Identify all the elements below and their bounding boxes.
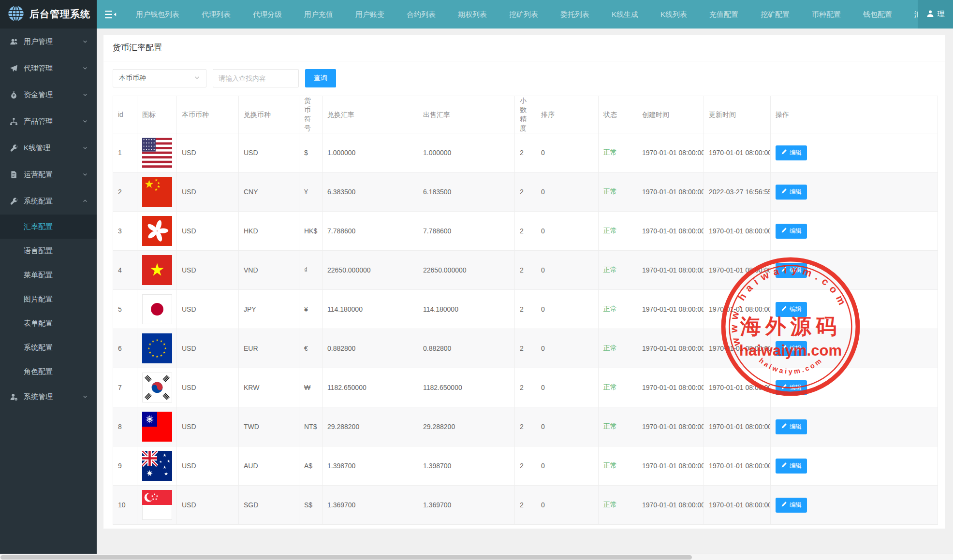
decimal-precision-cell: 2 <box>515 486 536 525</box>
sidebar-item-3[interactable]: 资金管理 <box>0 82 97 108</box>
horizontal-scrollbar[interactable] <box>0 554 953 560</box>
buy-rate-cell: 0.882800 <box>323 329 418 368</box>
nav-tab-3[interactable]: 代理分级 <box>242 0 293 29</box>
sort-order-cell: 0 <box>536 446 599 486</box>
sidebar-item-4[interactable]: 产品管理 <box>0 108 97 135</box>
currency-type-select[interactable]: 本币币种 <box>113 69 206 87</box>
sidebar-subitem-2[interactable]: 语言配置 <box>0 239 97 263</box>
updated-time-cell: 1970-01-01 08:00:00 <box>704 407 771 446</box>
sidebar-item-7[interactable]: 系统配置 <box>0 188 97 215</box>
base-currency-cell: USD <box>177 133 239 172</box>
nav-tab-15[interactable]: 钱包配置 <box>852 0 903 29</box>
edit-button[interactable]: 编辑 <box>776 459 807 474</box>
status-cell: 正常 <box>599 368 637 407</box>
nav-tab-11[interactable]: K线列表 <box>649 0 698 29</box>
table-row-4: 4 USDVND₫22650.00000022650.00000020正常197… <box>113 251 938 290</box>
sort-order-cell: 0 <box>536 486 599 525</box>
horizontal-scrollbar-thumb[interactable] <box>0 555 692 560</box>
sidebar-subitem-7[interactable]: 角色配置 <box>0 359 97 384</box>
flag-cell <box>137 368 177 407</box>
row-id-cell: 9 <box>113 446 137 486</box>
edit-button[interactable]: 编辑 <box>776 185 807 200</box>
row-id-cell: 10 <box>113 486 137 525</box>
nav-tab-label: 挖矿列表 <box>509 10 538 18</box>
chevron-down-icon <box>82 171 88 179</box>
quote-currency-cell: JPY <box>239 290 299 329</box>
updated-time-cell: 1970-01-01 08:00:00 <box>704 368 771 407</box>
nav-tab-8[interactable]: 挖矿列表 <box>498 0 549 29</box>
sidebar-item-label: K线管理 <box>24 144 82 153</box>
created-time-cell: 1970-01-01 08:00:00 <box>637 251 704 290</box>
nav-tab-5[interactable]: 用户账变 <box>344 0 396 29</box>
row-id-cell: 6 <box>113 329 137 368</box>
buy-rate-cell: 1182.650000 <box>323 368 418 407</box>
chevron-down-icon <box>82 393 88 401</box>
user-menu[interactable]: 理 <box>918 0 953 29</box>
flag-cn-icon <box>142 177 172 207</box>
edit-button[interactable]: 编辑 <box>776 302 807 317</box>
edit-button[interactable]: 编辑 <box>776 419 807 434</box>
status-badge: 正常 <box>603 266 617 273</box>
actions-cell: 编辑 <box>771 172 938 212</box>
sidebar-subitem-6[interactable]: 系统配置 <box>0 335 97 359</box>
exchange-rate-table: id图标本币币种兑换币种货币符号兑换汇率出售汇率小数精度排序状态创建时间更新时间… <box>113 96 938 525</box>
status-badge: 正常 <box>603 148 617 156</box>
search-input[interactable] <box>213 69 299 87</box>
edit-button[interactable]: 编辑 <box>776 380 807 395</box>
sidebar-item-2[interactable]: 代理管理 <box>0 55 97 82</box>
sidebar-item-1[interactable]: 用户管理 <box>0 29 97 55</box>
nav-tab-13[interactable]: 挖矿配置 <box>749 0 801 29</box>
row-id-cell: 4 <box>113 251 137 290</box>
edit-button-label: 编辑 <box>790 149 802 157</box>
sort-order-cell: 0 <box>536 133 599 172</box>
sidebar-subitem-3[interactable]: 菜单配置 <box>0 263 97 287</box>
nav-tab-2[interactable]: 代理列表 <box>191 0 242 29</box>
nav-tab-14[interactable]: 币种配置 <box>801 0 852 29</box>
edit-button[interactable]: 编辑 <box>776 263 807 278</box>
edit-button[interactable]: 编辑 <box>776 145 807 160</box>
nav-tab-6[interactable]: 合约列表 <box>396 0 447 29</box>
sidebar-subitem-4[interactable]: 图片配置 <box>0 287 97 311</box>
nav-tab-4[interactable]: 用户充值 <box>293 0 344 29</box>
flag-hk-icon <box>142 216 172 246</box>
sidebar-subitem-1[interactable]: 汇率配置 <box>0 215 97 239</box>
table-row-6: 6USDEUR€0.8828000.88280020正常1970-01-01 0… <box>113 329 938 368</box>
column-header-4: 兑换币种 <box>239 96 299 133</box>
system-admin-icon <box>10 393 18 401</box>
currency-symbol-cell: HK$ <box>299 212 323 251</box>
pencil-icon <box>781 188 787 196</box>
nav-tab-12[interactable]: 充值配置 <box>698 0 749 29</box>
funds-icon <box>10 91 18 99</box>
created-time-cell: 1970-01-01 08:00:00 <box>637 407 704 446</box>
search-button[interactable]: 查询 <box>305 69 336 87</box>
nav-tab-1[interactable]: 用户钱包列表 <box>125 0 191 29</box>
nav-tab-9[interactable]: 委托列表 <box>549 0 601 29</box>
edit-button[interactable]: 编辑 <box>776 341 807 356</box>
flag-eu-icon <box>142 333 172 363</box>
sidebar-subitem-5[interactable]: 表单配置 <box>0 311 97 335</box>
column-header-1: id <box>113 96 137 133</box>
currency-symbol-cell: NT$ <box>299 407 323 446</box>
decimal-precision-cell: 2 <box>515 212 536 251</box>
nav-tab-label: K线生成 <box>612 10 638 18</box>
status-cell: 正常 <box>599 407 637 446</box>
sidebar-item-6[interactable]: 运营配置 <box>0 161 97 188</box>
row-id-cell: 8 <box>113 407 137 446</box>
buy-rate-cell: 114.180000 <box>323 290 418 329</box>
sidebar-item-label: 代理管理 <box>24 64 82 73</box>
filter-bar: 本币币种 查询 <box>113 69 945 87</box>
actions-cell: 编辑 <box>771 212 938 251</box>
collapse-menu-icon[interactable] <box>97 10 125 19</box>
buy-rate-cell: 6.383500 <box>323 172 418 212</box>
quote-currency-cell: EUR <box>239 329 299 368</box>
row-id-cell: 2 <box>113 172 137 212</box>
user-icon <box>926 10 934 19</box>
sidebar-item-5[interactable]: K线管理 <box>0 135 97 161</box>
flag-cell <box>137 486 177 525</box>
edit-button[interactable]: 编辑 <box>776 224 807 239</box>
nav-tab-7[interactable]: 期权列表 <box>447 0 498 29</box>
edit-button[interactable]: 编辑 <box>776 498 807 513</box>
chevron-down-icon <box>82 144 88 152</box>
nav-tab-10[interactable]: K线生成 <box>601 0 649 29</box>
sidebar-item-8[interactable]: 系统管理 <box>0 384 97 410</box>
